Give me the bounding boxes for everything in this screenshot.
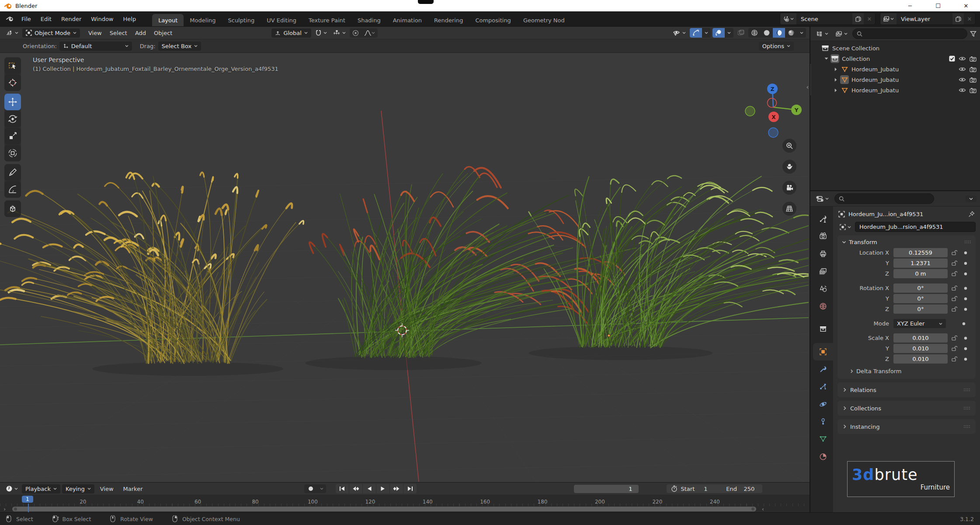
timeline-view-menu[interactable]: View xyxy=(96,484,118,494)
expand-arrow-icon[interactable] xyxy=(824,57,831,60)
properties-tab-output[interactable] xyxy=(813,245,833,262)
panel-instancing[interactable]: Instancing xyxy=(838,419,976,434)
lock-icon[interactable] xyxy=(948,260,961,266)
tool-scale-button[interactable] xyxy=(4,128,21,144)
animate-dot[interactable] xyxy=(961,308,970,311)
shading-dropdown[interactable] xyxy=(797,30,806,35)
menu-file[interactable]: File xyxy=(17,13,36,24)
viewport-menu-view[interactable]: View xyxy=(84,28,106,38)
playback-menu[interactable]: Playback xyxy=(22,484,60,494)
properties-search-input[interactable] xyxy=(834,193,934,204)
current-frame-marker[interactable]: 1 xyxy=(22,496,33,503)
outliner-display-mode-button[interactable] xyxy=(833,30,850,38)
location-x-field[interactable]: 0.12559 xyxy=(893,248,948,257)
properties-tab-particles[interactable] xyxy=(813,378,833,396)
jump-to-start-button[interactable] xyxy=(336,484,349,494)
viewlayer-name[interactable]: ViewLayer xyxy=(897,16,952,22)
timeline-marker-menu[interactable]: Marker xyxy=(119,484,147,494)
lock-icon[interactable] xyxy=(948,285,961,291)
shading-wireframe-button[interactable] xyxy=(748,28,761,38)
tool-rotate-button[interactable] xyxy=(4,111,21,127)
properties-tab-world[interactable] xyxy=(813,298,833,315)
viewport-menu-add[interactable]: Add xyxy=(131,28,150,38)
keying-menu[interactable]: Keying xyxy=(62,484,94,494)
animate-dot[interactable] xyxy=(961,251,970,255)
lock-icon[interactable] xyxy=(948,306,961,312)
y-field[interactable]: 0° xyxy=(893,294,948,303)
outliner-row-hordeum-jubatu-2[interactable]: Hordeum_Jubatu xyxy=(810,64,980,74)
workspace-tab-uv-editing[interactable]: UV Editing xyxy=(261,14,302,26)
orientation-dropdown[interactable]: Global xyxy=(271,28,311,38)
properties-options-dropdown[interactable] xyxy=(966,196,977,202)
ortho-perspective-toggle[interactable] xyxy=(782,202,796,216)
scene-copy-button[interactable] xyxy=(852,13,864,24)
mode-dropdown[interactable]: Object Mode xyxy=(22,28,80,38)
animate-dot[interactable] xyxy=(961,357,970,361)
breadcrumb-object-name[interactable]: Hordeum_Ju...ion_a4f9531 xyxy=(848,211,923,217)
properties-tab-material[interactable] xyxy=(813,448,833,466)
workspace-tab-sculpting[interactable]: Sculpting xyxy=(222,14,261,26)
z-field[interactable]: 0.010 xyxy=(893,354,948,364)
proportional-edit-toggle[interactable] xyxy=(350,28,361,38)
timeline-editor-type-button[interactable] xyxy=(3,484,20,493)
tool-measure-button[interactable] xyxy=(4,181,21,198)
lock-icon[interactable] xyxy=(948,335,961,341)
properties-tab-constraints[interactable] xyxy=(813,413,833,430)
tool-add-cube-button[interactable] xyxy=(4,200,21,217)
xray-toggle[interactable] xyxy=(735,28,747,37)
current-frame-field[interactable]: 1 xyxy=(574,485,639,493)
minimize-button[interactable]: ─ xyxy=(896,0,924,11)
properties-tab-render[interactable] xyxy=(813,228,833,245)
workspace-tab-rendering[interactable]: Rendering xyxy=(428,14,469,26)
animate-dot[interactable] xyxy=(959,322,969,326)
workspace-tab-layout[interactable]: Layout xyxy=(152,14,184,26)
viewlayer-copy-button[interactable] xyxy=(952,13,964,24)
delta-transform-toggle[interactable]: Delta Transform xyxy=(838,364,976,374)
editor-type-button[interactable] xyxy=(3,28,21,38)
gizmos-dropdown[interactable] xyxy=(702,30,711,35)
z-field[interactable]: 0° xyxy=(893,304,948,314)
properties-tab-scene[interactable] xyxy=(813,280,833,298)
proportional-falloff-dropdown[interactable] xyxy=(361,28,378,38)
lock-icon[interactable] xyxy=(948,356,961,362)
animate-dot[interactable] xyxy=(961,347,970,350)
menu-help[interactable]: Help xyxy=(118,13,141,24)
scene-browse-button[interactable] xyxy=(780,13,796,24)
animate-dot[interactable] xyxy=(961,336,970,340)
menu-render[interactable]: Render xyxy=(56,13,86,24)
shading-solid-button[interactable] xyxy=(761,28,773,38)
start-value[interactable]: 1 xyxy=(698,486,713,492)
y-field[interactable]: 1.2371 xyxy=(893,259,948,268)
drag-handle-icon[interactable] xyxy=(964,240,971,244)
object-visibility-dropdown[interactable] xyxy=(671,29,688,37)
expand-arrow-icon[interactable] xyxy=(834,67,840,71)
menu-window[interactable]: Window xyxy=(86,13,118,24)
properties-tab-tool[interactable] xyxy=(813,210,833,228)
tool-cursor-button[interactable] xyxy=(4,74,21,91)
object-browse-button[interactable] xyxy=(838,223,853,231)
snap-target-button[interactable] xyxy=(331,29,348,37)
panel-collections[interactable]: Collections xyxy=(838,401,976,416)
navigation-gizmo[interactable]: Z Y X xyxy=(742,80,806,159)
options-dropdown[interactable]: Options xyxy=(759,42,794,51)
properties-tab-collection[interactable] xyxy=(813,320,833,338)
viewport-menu-object[interactable]: Object xyxy=(150,28,176,38)
pin-icon[interactable] xyxy=(968,211,975,217)
workspace-tab-animation[interactable]: Animation xyxy=(387,14,428,26)
next-keyframe-button[interactable] xyxy=(390,484,403,494)
autokey-dropdown[interactable] xyxy=(317,486,326,491)
timeline-scrollbar[interactable] xyxy=(12,507,756,511)
outliner-search-input[interactable] xyxy=(852,28,967,39)
viewlayer-remove-button[interactable]: ✕ xyxy=(964,13,975,24)
timeline-collapse-right[interactable]: ‹ xyxy=(762,506,764,512)
properties-tab-physics[interactable] xyxy=(813,396,833,413)
workspace-tab-compositing[interactable]: Compositing xyxy=(469,14,517,26)
rotation-x-field[interactable]: 0° xyxy=(893,284,948,293)
show-gizmos-toggle[interactable] xyxy=(690,28,702,38)
snapping-magnet-button[interactable] xyxy=(313,29,329,37)
tool-move-button[interactable] xyxy=(4,94,21,110)
pan-hand-button[interactable] xyxy=(782,160,796,174)
end-value[interactable]: 250 xyxy=(740,486,758,492)
timeline-ruler[interactable]: 20406080100120140160180200220240 1 › ‹ xyxy=(0,495,810,512)
camera-view-button[interactable] xyxy=(782,181,796,195)
